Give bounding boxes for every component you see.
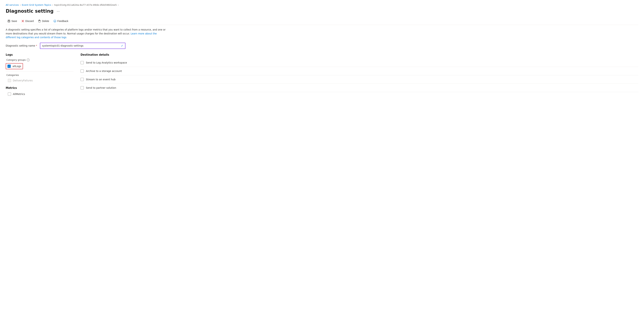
- feedback-button[interactable]: Feedback: [52, 19, 70, 23]
- feedback-icon: [54, 20, 56, 23]
- setting-name-row: Diagnostic setting name * systemtopic01-…: [6, 43, 638, 49]
- alllogs-row: allLogs: [6, 63, 23, 69]
- breadcrumb-all-services[interactable]: All services: [6, 4, 19, 6]
- setting-name-label: Diagnostic setting name *: [6, 44, 37, 47]
- delete-label: Delete: [42, 20, 49, 23]
- discard-button[interactable]: Discard: [20, 19, 36, 23]
- delete-icon: [38, 20, 41, 23]
- destination-event-hub: Stream to an event hub: [80, 75, 638, 84]
- delivery-failures-checkbox: [8, 79, 11, 82]
- categories-label: Categories: [6, 74, 74, 76]
- breadcrumb-topic: topic01stg-811a624a-8a77-437e-89de-dfeb5…: [54, 4, 117, 6]
- all-metrics-checkbox[interactable]: [8, 92, 11, 96]
- breadcrumb-sep-2: ›: [52, 4, 53, 6]
- event-hub-label: Stream to an event hub: [86, 78, 116, 81]
- feedback-label: Feedback: [58, 20, 68, 23]
- event-hub-checkbox[interactable]: [80, 78, 84, 81]
- discard-icon: [22, 20, 24, 23]
- svg-rect-1: [8, 20, 10, 21]
- svg-rect-5: [39, 20, 40, 20]
- discard-label: Discard: [25, 20, 34, 23]
- breadcrumb-sep-1: ›: [20, 4, 21, 6]
- metrics-section-header: Metrics: [6, 86, 74, 90]
- alllogs-label: allLogs: [12, 65, 21, 68]
- log-analytics-checkbox[interactable]: [80, 61, 84, 64]
- main-layout: Logs Category groups i allLogs Categorie…: [6, 53, 638, 96]
- right-panel: Destination details Send to Log Analytic…: [80, 53, 638, 96]
- alllogs-checkbox[interactable]: [8, 65, 11, 68]
- category-groups-text: Category groups: [6, 59, 26, 61]
- page-title-row: Diagnostic setting ···: [6, 8, 638, 14]
- setting-name-input[interactable]: systemtopic01-diagnostic-settings ✓: [40, 43, 126, 49]
- logs-section-header: Logs: [6, 53, 74, 56]
- storage-account-checkbox[interactable]: [80, 69, 84, 73]
- svg-rect-6: [38, 20, 40, 21]
- save-label: Save: [12, 20, 17, 23]
- destination-storage-account: Archive to a storage account: [80, 67, 638, 75]
- log-analytics-label: Send to Log Analytics workspace: [86, 61, 127, 64]
- destination-log-analytics: Send to Log Analytics workspace: [80, 59, 638, 67]
- svg-point-8: [54, 21, 54, 21]
- save-button[interactable]: Save: [6, 19, 19, 23]
- delete-button[interactable]: Delete: [36, 19, 51, 23]
- save-icon: [8, 20, 10, 23]
- breadcrumb-sep-3: ›: [118, 4, 119, 6]
- metrics-section: Metrics AllMetrics: [6, 86, 74, 96]
- svg-point-7: [54, 20, 56, 22]
- breadcrumb: All services › Event Grid System Topics …: [6, 4, 638, 6]
- storage-account-label: Archive to a storage account: [86, 70, 122, 72]
- validation-checkmark-icon: ✓: [121, 44, 123, 48]
- partner-solution-checkbox[interactable]: [80, 86, 84, 89]
- destination-partner-solution: Send to partner solution: [80, 84, 638, 92]
- logs-divider: [6, 71, 74, 72]
- svg-point-9: [55, 21, 56, 21]
- page-title: Diagnostic setting: [6, 8, 54, 14]
- description-text: A diagnostic setting specifies a list of…: [6, 28, 166, 40]
- required-star: *: [36, 44, 37, 47]
- category-groups-label-row: Category groups i: [6, 59, 74, 61]
- ellipsis-button[interactable]: ···: [56, 9, 61, 14]
- category-groups-info-icon[interactable]: i: [27, 59, 30, 61]
- left-panel: Logs Category groups i allLogs Categorie…: [6, 53, 74, 96]
- destination-section-header: Destination details: [80, 53, 638, 56]
- all-metrics-label: AllMetrics: [13, 93, 25, 95]
- svg-rect-2: [8, 21, 10, 22]
- delivery-failures-item: DeliveryFailures: [6, 78, 74, 83]
- breadcrumb-event-grid[interactable]: Event Grid System Topics: [22, 4, 51, 6]
- partner-solution-label: Send to partner solution: [86, 86, 116, 89]
- setting-name-value: systemtopic01-diagnostic-settings: [42, 44, 84, 47]
- all-metrics-item: AllMetrics: [6, 92, 74, 96]
- delivery-failures-label: DeliveryFailures: [13, 79, 32, 82]
- toolbar: Save Discard Delete: [6, 17, 638, 25]
